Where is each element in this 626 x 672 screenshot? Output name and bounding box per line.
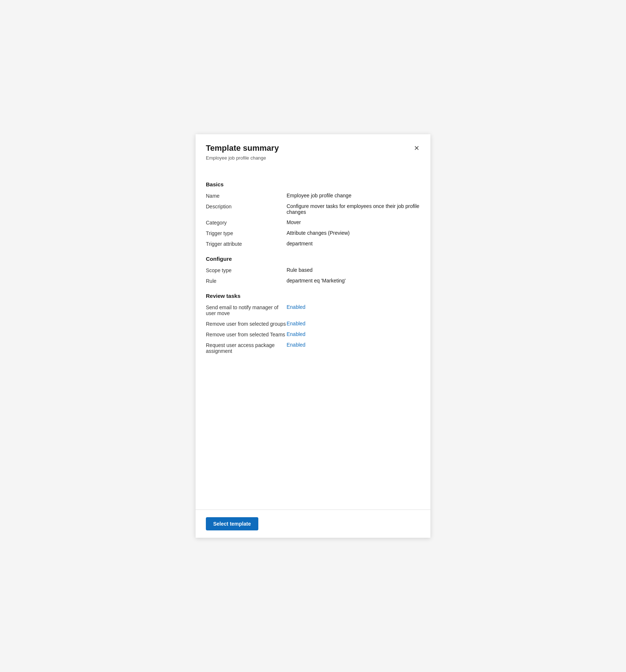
close-button[interactable]: ✕ xyxy=(411,142,422,154)
task-remove-teams-row: Remove user from selected Teams Enabled xyxy=(206,331,420,337)
panel-subtitle: Employee job profile change xyxy=(206,155,420,161)
panel-header: Template summary Employee job profile ch… xyxy=(196,134,430,167)
basics-name-row: Name Employee job profile change xyxy=(206,193,420,199)
basics-category-value: Mover xyxy=(287,219,420,225)
basics-description-value: Configure mover tasks for employees once… xyxy=(287,203,420,215)
basics-category-label: Category xyxy=(206,219,287,226)
basics-trigger-type-label: Trigger type xyxy=(206,230,287,236)
basics-heading: Basics xyxy=(206,181,420,187)
close-icon: ✕ xyxy=(414,144,419,152)
configure-rule-value: department eq 'Marketing' xyxy=(287,278,420,284)
task-remove-groups-value: Enabled xyxy=(287,321,420,326)
basics-trigger-attribute-row: Trigger attribute department xyxy=(206,241,420,247)
basics-trigger-attribute-label: Trigger attribute xyxy=(206,241,287,247)
task-access-package-label: Request user access package assignment xyxy=(206,342,287,354)
task-send-email-value: Enabled xyxy=(287,304,420,310)
task-remove-teams-label: Remove user from selected Teams xyxy=(206,331,287,337)
basics-name-label: Name xyxy=(206,193,287,199)
task-access-package-row: Request user access package assignment E… xyxy=(206,342,420,354)
basics-description-row: Description Configure mover tasks for em… xyxy=(206,203,420,215)
template-summary-panel: Template summary Employee job profile ch… xyxy=(196,134,430,538)
configure-rule-label: Rule xyxy=(206,278,287,284)
basics-name-value: Employee job profile change xyxy=(287,193,420,198)
configure-scope-value: Rule based xyxy=(287,267,420,273)
basics-trigger-type-row: Trigger type Attribute changes (Preview) xyxy=(206,230,420,236)
review-tasks-heading: Review tasks xyxy=(206,293,420,299)
basics-trigger-type-value: Attribute changes (Preview) xyxy=(287,230,420,236)
task-remove-groups-label: Remove user from selected groups xyxy=(206,321,287,327)
panel-footer: Select template xyxy=(196,510,430,538)
task-remove-teams-value: Enabled xyxy=(287,331,420,337)
panel-title: Template summary xyxy=(206,143,420,154)
task-send-email-row: Send email to notify manager of user mov… xyxy=(206,304,420,316)
basics-trigger-attribute-value: department xyxy=(287,241,420,246)
configure-rule-row: Rule department eq 'Marketing' xyxy=(206,278,420,284)
task-send-email-label: Send email to notify manager of user mov… xyxy=(206,304,287,316)
select-template-button[interactable]: Select template xyxy=(206,517,258,530)
configure-scope-row: Scope type Rule based xyxy=(206,267,420,273)
task-access-package-value: Enabled xyxy=(287,342,420,348)
task-remove-groups-row: Remove user from selected groups Enabled xyxy=(206,321,420,327)
configure-heading: Configure xyxy=(206,256,420,262)
basics-category-row: Category Mover xyxy=(206,219,420,226)
panel-content: Basics Name Employee job profile change … xyxy=(196,167,430,510)
basics-description-label: Description xyxy=(206,203,287,209)
configure-scope-label: Scope type xyxy=(206,267,287,273)
